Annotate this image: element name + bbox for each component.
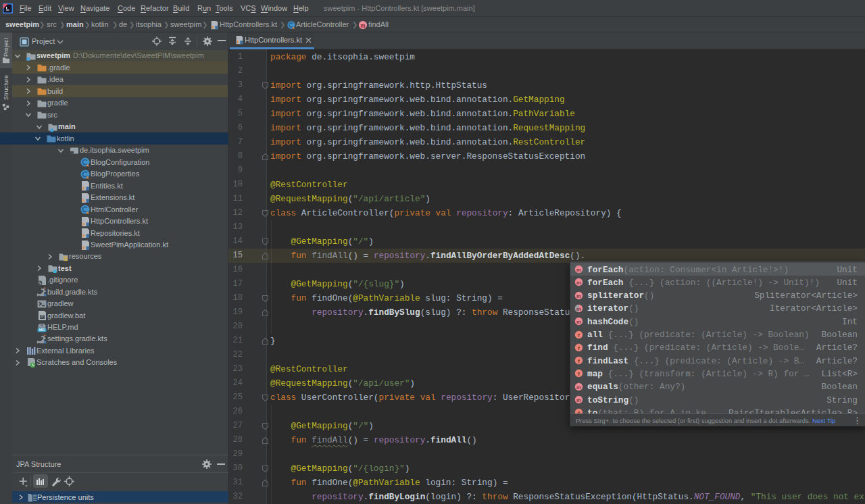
svg-text:m: m — [576, 319, 581, 325]
svg-text:m: m — [576, 267, 581, 273]
svg-text:f: f — [578, 358, 580, 364]
svg-text:m: m — [576, 384, 581, 390]
svg-text:m: m — [576, 293, 581, 299]
svg-text:m: m — [576, 397, 581, 403]
svg-text:f: f — [578, 332, 580, 338]
svg-text:f: f — [578, 345, 580, 351]
svg-text:m: m — [576, 280, 581, 286]
svg-text:m: m — [360, 22, 365, 29]
svg-text:m: m — [576, 306, 581, 312]
svg-text:MD: MD — [39, 328, 45, 332]
svg-text:f: f — [578, 371, 580, 377]
